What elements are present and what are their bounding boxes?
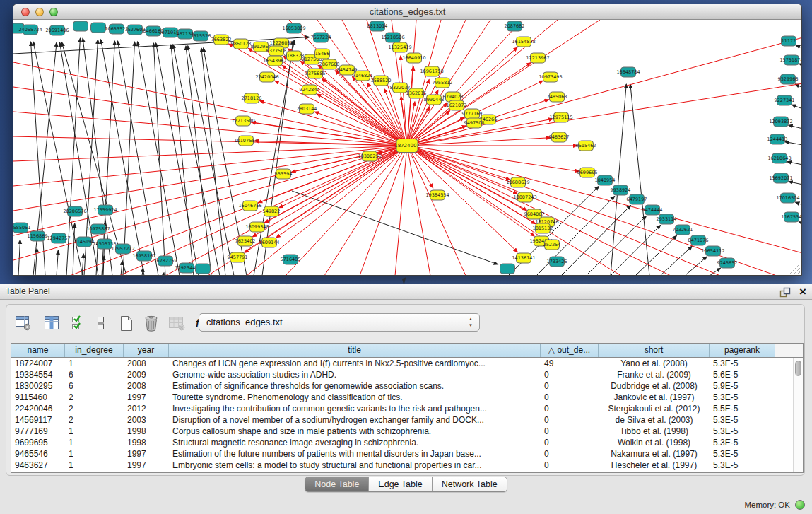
table-cell[interactable]: 9115460 — [11, 392, 65, 403]
table-cell[interactable]: 5.3E-5 — [710, 426, 775, 437]
table-cell[interactable]: 2009 — [124, 369, 169, 380]
table-cell[interactable]: Yano et al. (2008) — [599, 358, 710, 369]
column-header[interactable]: pagerank — [710, 344, 775, 357]
table-cell[interactable]: Tibbo et al. (1998) — [599, 426, 710, 437]
float-panel-icon[interactable] — [779, 287, 791, 298]
column-header[interactable]: △ out_de... — [541, 344, 599, 357]
column-header[interactable]: title — [169, 344, 541, 357]
table-cell[interactable]: 2003 — [124, 414, 169, 426]
create-column-icon[interactable] — [119, 312, 134, 334]
table-cell[interactable]: 1998 — [124, 426, 169, 437]
window-titlebar[interactable]: citations_edges.txt — [13, 4, 801, 20]
column-header[interactable]: year — [124, 344, 169, 357]
table-cell[interactable]: 5.9E-5 — [710, 380, 775, 392]
table-cell[interactable]: Franke et al. (2009) — [599, 369, 710, 380]
table-cell[interactable]: 5.3E-5 — [710, 448, 775, 460]
table-cell[interactable]: 0 — [541, 437, 599, 448]
table-cell[interactable]: 2008 — [124, 380, 169, 392]
column-header[interactable]: in_degree — [65, 344, 124, 357]
select-rows-icon[interactable] — [71, 312, 86, 334]
table-cell[interactable]: 1 — [65, 448, 124, 460]
table-cell[interactable]: 5.3E-5 — [710, 460, 775, 471]
table-row[interactable]: 946362711997Embryonic stem cells: a mode… — [11, 460, 803, 471]
table-cell[interactable]: Hescheler et al. (1997) — [599, 460, 710, 471]
table-cell[interactable]: 0 — [541, 414, 599, 426]
table-cell[interactable]: Estimation of significance thresholds fo… — [169, 380, 541, 392]
show-columns-icon[interactable] — [44, 312, 61, 334]
table-cell[interactable]: 0 — [541, 426, 599, 437]
table-cell[interactable]: 5.3E-5 — [710, 358, 775, 369]
table-row[interactable]: 1456911722003Disruption of a novel membe… — [11, 414, 803, 426]
table-cell[interactable]: 1 — [65, 460, 124, 471]
delete-columns-icon[interactable] — [143, 312, 160, 334]
table-cell[interactable]: 5.3E-5 — [710, 392, 775, 403]
table-cell[interactable]: Genome-wide association studies in ADHD. — [169, 369, 541, 380]
table-cell[interactable]: Investigating the contribution of common… — [169, 403, 541, 414]
table-cell[interactable]: 0 — [541, 380, 599, 392]
minimize-window-icon[interactable] — [35, 8, 44, 16]
table-cell[interactable]: 19384554 — [11, 369, 65, 380]
graph-node[interactable] — [91, 23, 106, 33]
table-row[interactable]: 911546021997Tourette syndrome. Phenomeno… — [11, 392, 803, 403]
table-cell[interactable]: 18300295 — [11, 380, 65, 392]
table-cell[interactable]: 1998 — [124, 437, 169, 448]
table-panel-header[interactable]: Table Panel × — [0, 284, 812, 300]
table-cell[interactable]: 1997 — [124, 392, 169, 403]
graph-node[interactable] — [196, 264, 211, 274]
table-row[interactable]: 1938455462009Genome-wide association stu… — [11, 369, 803, 380]
table-cell[interactable]: Stergiakouli et al. (2012) — [599, 403, 710, 414]
table-cell[interactable]: 14569117 — [11, 414, 65, 426]
table-cell[interactable]: 5.6E-5 — [710, 369, 775, 380]
zoom-window-icon[interactable] — [49, 8, 58, 16]
table-cell[interactable]: 0 — [541, 392, 599, 403]
network-window[interactable]: citations_edges.txt 24055724206914061065… — [13, 4, 802, 276]
table-cell[interactable]: 5.3E-5 — [710, 414, 775, 426]
network-select[interactable]: citations_edges.txt ▲▼ — [199, 313, 480, 332]
table-cell[interactable]: 1997 — [124, 448, 169, 460]
table-row[interactable]: 2242004622012Investigating the contribut… — [11, 403, 803, 414]
tab-edge-table[interactable]: Edge Table — [369, 477, 432, 491]
table-cell[interactable]: Corpus callosum shape and size in male p… — [169, 426, 541, 437]
network-canvas[interactable]: 2405572420691406106535271527602846616010… — [13, 20, 801, 275]
graph-node[interactable] — [500, 264, 515, 274]
table-row[interactable]: 946554611997Estimation of the future num… — [11, 448, 803, 460]
table-cell[interactable]: Embryonic stem cells: a model to study s… — [169, 460, 541, 471]
table-cell[interactable]: 0 — [541, 369, 599, 380]
table-cell[interactable]: 6 — [65, 369, 124, 380]
table-cell[interactable]: 9777169 — [11, 426, 65, 437]
table-cell[interactable]: 22420046 — [11, 403, 65, 414]
table-cell[interactable]: 0 — [541, 448, 599, 460]
table-cell[interactable]: Changes of HCN gene expression and I(f) … — [169, 358, 541, 369]
table-cell[interactable]: 1 — [65, 426, 124, 437]
toggle-view-icon[interactable] — [96, 312, 106, 334]
table-row[interactable]: 969969511998Structural magnetic resonanc… — [11, 437, 803, 448]
tab-network-table[interactable]: Network Table — [433, 477, 507, 491]
table-row[interactable]: 1872400712008Changes of HCN gene express… — [11, 358, 803, 369]
table-cell[interactable]: Estimation of the future numbers of pati… — [169, 448, 541, 460]
table-cell[interactable]: 2 — [65, 414, 124, 426]
table-cell[interactable]: 2012 — [124, 403, 169, 414]
table-cell[interactable]: Wolkin et al. (1998) — [599, 437, 710, 448]
table-cell[interactable]: Structural magnetic resonance image aver… — [169, 437, 541, 448]
table-cell[interactable]: 5.5E-5 — [710, 403, 775, 414]
table-cell[interactable]: 1 — [65, 358, 124, 369]
table-body[interactable]: 1872400712008Changes of HCN gene express… — [11, 358, 803, 471]
table-cell[interactable]: 1 — [65, 437, 124, 448]
table-cell[interactable]: Jankovic et al. (1997) — [599, 392, 710, 403]
table-cell[interactable]: 18724007 — [11, 358, 65, 369]
table-row[interactable]: 977716911998Corpus callosum shape and si… — [11, 426, 803, 437]
table-cell[interactable]: 0 — [541, 460, 599, 471]
table-cell[interactable]: 9465546 — [11, 448, 65, 460]
table-cell[interactable]: de Silva et al. (2003) — [599, 414, 710, 426]
table-row[interactable]: 1830029562008Estimation of significance … — [11, 380, 803, 392]
table-cell[interactable]: 0 — [541, 403, 599, 414]
scrollbar-thumb[interactable] — [795, 361, 801, 376]
node-table[interactable]: namein_degreeyeartitle△ out_de...shortpa… — [11, 343, 804, 473]
table-cell[interactable]: 2 — [65, 392, 124, 403]
table-cell[interactable]: 49 — [541, 358, 599, 369]
table-cell[interactable]: 2 — [65, 403, 124, 414]
network-graph[interactable]: 2405572420691406106535271527602846616010… — [13, 20, 801, 275]
table-cell[interactable]: 9463627 — [11, 460, 65, 471]
column-header[interactable]: name — [11, 344, 65, 357]
table-cell[interactable]: 1997 — [124, 460, 169, 471]
